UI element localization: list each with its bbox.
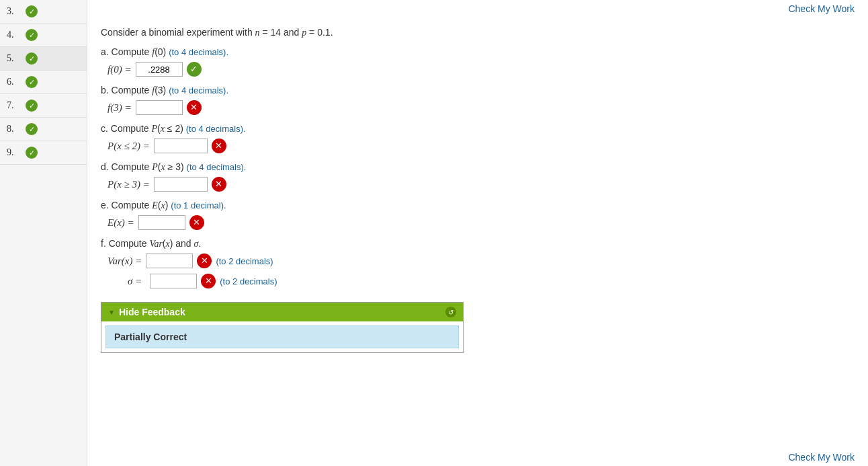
part-a-correct-icon: ✓ <box>187 62 202 77</box>
part-e-label: e. Compute E(x) (to 1 decimal). <box>101 200 855 211</box>
part-d-equation-label: P(x ≥ 3) = <box>107 179 150 190</box>
sidebar-item-7[interactable]: 7. ✓ <box>0 94 87 118</box>
sidebar-item-4-check-icon: ✓ <box>26 29 38 41</box>
part-f-sigma-note: (to 2 decimals) <box>220 276 277 286</box>
main-content: Check My Work Consider a binomial experi… <box>87 0 868 466</box>
part-b-equation-row: f(3) = ✕ <box>107 100 855 115</box>
feedback-container: ▼ Hide Feedback ↺ Partially Correct <box>101 302 464 353</box>
part-a-label: a. Compute f(0) (to 4 decimals). <box>101 46 855 58</box>
sidebar-item-3[interactable]: 3. ✓ <box>0 0 87 24</box>
part-b-label: b. Compute f(3) (to 4 decimals). <box>101 85 855 96</box>
sidebar-item-6[interactable]: 6. ✓ <box>0 71 87 94</box>
part-a-equation-label: f(0) = <box>107 64 132 75</box>
part-f-var-label: Var(x) = <box>107 256 142 267</box>
part-b-equation-label: f(3) = <box>107 102 132 114</box>
sidebar-item-6-num: 6. <box>7 77 23 87</box>
part-e-input[interactable] <box>138 215 185 230</box>
part-f-var-note: (to 2 decimals) <box>216 256 273 266</box>
part-f-sigma-row: σ = ✕ (to 2 decimals) <box>128 274 855 288</box>
sidebar-item-4[interactable]: 4. ✓ <box>0 24 87 47</box>
part-f-var-wrong-icon: ✕ <box>197 254 212 268</box>
part-f-var-row: Var(x) = ✕ (to 2 decimals) <box>107 254 855 268</box>
part-d-wrong-icon: ✕ <box>212 177 226 192</box>
sidebar-item-7-num: 7. <box>7 100 23 111</box>
sidebar-item-9-check-icon: ✓ <box>26 147 38 159</box>
part-f-label: f. Compute Var(x) and σ. <box>101 238 855 249</box>
sidebar-item-8-num: 8. <box>7 124 23 134</box>
part-c-input[interactable] <box>154 139 208 153</box>
sidebar-item-8-check-icon: ✓ <box>26 123 38 135</box>
part-c-equation-label: P(x ≤ 2) = <box>107 141 150 152</box>
part-d-input[interactable] <box>154 177 208 192</box>
sidebar-item-5-num: 5. <box>7 53 23 64</box>
problem-intro: Consider a binomial experiment with n = … <box>101 27 855 38</box>
sidebar: 3. ✓ 4. ✓ 5. ✓ 6. ✓ 7. ✓ 8. ✓ 9. ✓ <box>0 0 87 466</box>
sidebar-item-9[interactable]: 9. ✓ <box>0 141 87 165</box>
feedback-result: Partially Correct <box>105 325 459 348</box>
part-c-label: c. Compute P(x ≤ 2) (to 4 decimals). <box>101 123 855 134</box>
sidebar-item-8[interactable]: 8. ✓ <box>0 118 87 141</box>
part-f-sigma-label: σ = <box>128 276 142 287</box>
feedback-hide-label: Hide Feedback <box>119 307 185 317</box>
part-f-sigma-input[interactable] <box>150 274 197 288</box>
part-c-equation-row: P(x ≤ 2) = ✕ <box>107 139 855 153</box>
part-c-wrong-icon: ✕ <box>212 139 226 153</box>
part-a-equation-row: f(0) = ✓ <box>107 62 855 77</box>
part-b-input[interactable] <box>136 100 183 115</box>
sidebar-item-5-check-icon: ✓ <box>26 52 38 65</box>
sidebar-item-3-check-icon: ✓ <box>26 5 38 17</box>
part-e-equation-label: E(x) = <box>107 217 134 229</box>
check-my-work-top-button[interactable]: Check My Work <box>788 3 855 14</box>
part-f-sigma-wrong-icon: ✕ <box>201 274 216 288</box>
feedback-header-text: ▼ Hide Feedback <box>108 307 185 317</box>
sidebar-item-6-check-icon: ✓ <box>26 76 38 88</box>
feedback-triangle-icon: ▼ <box>108 309 115 316</box>
feedback-header[interactable]: ▼ Hide Feedback ↺ <box>101 303 463 321</box>
sidebar-item-5[interactable]: 5. ✓ <box>0 47 87 71</box>
part-d-equation-row: P(x ≥ 3) = ✕ <box>107 177 855 192</box>
check-my-work-bottom-button[interactable]: Check My Work <box>788 452 855 463</box>
feedback-refresh-icon[interactable]: ↺ <box>445 307 456 317</box>
sidebar-item-9-num: 9. <box>7 147 23 158</box>
part-e-wrong-icon: ✕ <box>189 215 204 230</box>
sidebar-item-7-check-icon: ✓ <box>26 100 38 112</box>
sidebar-item-3-num: 3. <box>7 6 23 17</box>
part-b-wrong-icon: ✕ <box>187 100 202 115</box>
feedback-body: Partially Correct <box>101 321 463 352</box>
part-e-equation-row: E(x) = ✕ <box>107 215 855 230</box>
sidebar-item-4-num: 4. <box>7 30 23 40</box>
part-f-var-input[interactable] <box>146 254 193 268</box>
part-a-input[interactable] <box>136 62 183 77</box>
part-d-label: d. Compute P(x ≥ 3) (to 4 decimals). <box>101 161 855 173</box>
